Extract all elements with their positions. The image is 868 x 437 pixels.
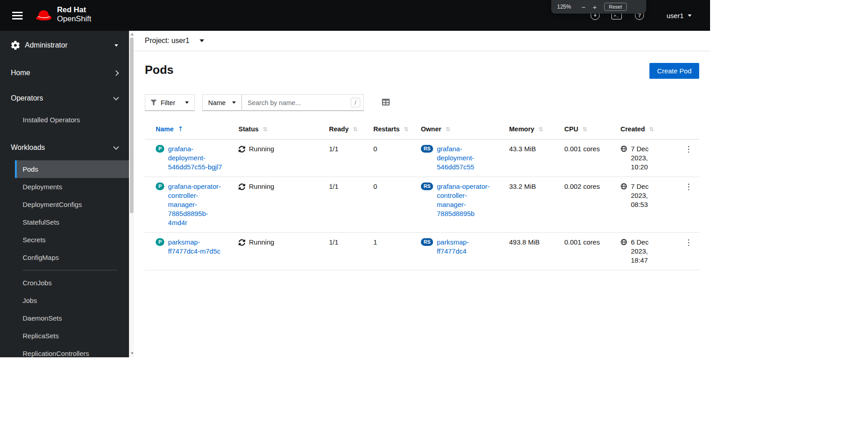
sort-icon: ⇅ — [445, 126, 450, 133]
pod-badge: P — [156, 238, 164, 246]
column-header-owner[interactable]: Owner ⇅ — [421, 125, 450, 133]
pod-name-link[interactable]: grafana-operator-controller-manager-7885… — [168, 182, 225, 227]
brand-line2: OpenShift — [57, 14, 91, 24]
attribute-label: Name — [208, 99, 226, 106]
memory-cell: 43.3 MiB — [498, 139, 553, 177]
caret-down-icon — [688, 14, 692, 17]
sort-icon: ⇅ — [582, 126, 587, 133]
sidebar-item-label: Operators — [11, 94, 43, 102]
sidebar-item-replicationcontrollers[interactable]: ReplicationControllers — [15, 345, 129, 357]
sidebar-item-deployments[interactable]: Deployments — [15, 178, 129, 196]
column-header-name[interactable]: Name ↑ — [156, 125, 183, 133]
zoom-out-button[interactable]: − — [581, 4, 587, 10]
sort-icon: ⇅ — [404, 126, 409, 133]
sidebar-item-workloads[interactable]: Workloads — [0, 135, 129, 160]
sync-icon — [238, 183, 245, 190]
sort-icon: ⇅ — [539, 126, 544, 133]
scrollbar-thumb[interactable] — [130, 38, 134, 213]
owner-link[interactable]: parksmap-ff7477dc4 — [437, 238, 496, 256]
nav-divider — [23, 270, 117, 270]
sidebar-item-statefulsets[interactable]: StatefulSets — [15, 213, 129, 231]
project-bar: Project: user1 — [134, 31, 710, 51]
search-input[interactable] — [242, 94, 364, 111]
create-pod-button[interactable]: Create Pod — [649, 63, 699, 79]
sidebar-item-home[interactable]: Home — [0, 60, 129, 86]
sync-icon — [238, 239, 245, 246]
column-header-memory[interactable]: Memory ⇅ — [509, 125, 544, 133]
manage-columns-button[interactable] — [380, 97, 391, 108]
sidebar-item-label: Home — [11, 69, 30, 77]
sidebar-item-cronjobs[interactable]: CronJobs — [15, 274, 129, 292]
user-menu[interactable]: user1 — [667, 0, 692, 31]
shortcut-hint: / — [351, 98, 360, 107]
created-time: 10:20 — [631, 163, 667, 172]
brand-text: Red Hat OpenShift — [57, 5, 91, 24]
kebab-menu-button[interactable]: ⋮ — [681, 238, 696, 247]
column-header-ready[interactable]: Ready ⇅ — [329, 125, 358, 133]
pod-badge: P — [156, 182, 164, 190]
zoom-in-button[interactable]: + — [592, 4, 598, 10]
globe-icon — [620, 239, 627, 245]
brand: Red Hat OpenShift — [34, 5, 91, 24]
user-name: user1 — [667, 12, 684, 19]
hamburger-icon — [12, 12, 23, 13]
sort-icon: ⇅ — [262, 126, 267, 133]
ready-cell: 1/1 — [318, 233, 362, 270]
column-header-created[interactable]: Created ⇅ — [620, 125, 654, 133]
nav-toggle-button[interactable] — [7, 6, 27, 24]
owner-link[interactable]: grafana-operator-controller-manager-7885… — [437, 182, 496, 218]
page-header: Pods Create Pod — [134, 51, 710, 79]
pod-name-link[interactable]: grafana-deployment-546dd57c55-bgjl7 — [168, 144, 225, 172]
zoom-level: 125% — [557, 4, 572, 10]
sidebar-item-pods[interactable]: Pods — [15, 160, 129, 178]
restarts-cell: 1 — [362, 233, 410, 270]
redhat-logo-icon — [34, 8, 52, 21]
column-header-cpu[interactable]: CPU ⇅ — [564, 125, 587, 133]
project-selector[interactable]: Project: user1 — [145, 37, 204, 45]
cpu-cell: 0.001 cores — [553, 139, 610, 177]
globe-icon — [620, 183, 627, 190]
sidebar-item-installed-operators[interactable]: Installed Operators — [15, 111, 129, 129]
table-header-row: Name ↑ Status ⇅ Ready ⇅ Restarts ⇅ O — [145, 119, 699, 139]
replicaset-badge: RS — [421, 145, 433, 153]
caret-down-icon — [114, 44, 118, 47]
sidebar-item-jobs[interactable]: Jobs — [15, 292, 129, 309]
sidebar-item-operators[interactable]: Operators — [0, 86, 129, 111]
sidebar-nav: Administrator Home Operators Installed O… — [0, 31, 129, 357]
search-field: / — [242, 94, 364, 111]
kebab-menu-button[interactable]: ⋮ — [681, 144, 696, 154]
caret-down-icon — [185, 101, 189, 104]
ready-cell: 1/1 — [318, 139, 362, 177]
filter-dropdown[interactable]: Filter — [145, 94, 195, 111]
caret-down-icon — [232, 101, 236, 104]
restarts-cell: 0 — [362, 139, 410, 177]
sidebar-item-label: Workloads — [11, 144, 45, 152]
search-attribute-dropdown[interactable]: Name — [202, 94, 242, 111]
created-date: 6 Dec 2023, — [631, 238, 667, 256]
sidebar-item-configmaps[interactable]: ConfigMaps — [15, 249, 129, 266]
sort-ascending-icon: ↑ — [178, 125, 184, 133]
restarts-cell: 0 — [362, 177, 410, 233]
sidebar-item-deploymentconfigs[interactable]: DeploymentConfigs — [15, 196, 129, 213]
owner-link[interactable]: grafana-deployment-546dd57c55 — [437, 144, 496, 172]
column-header-restarts[interactable]: Restarts ⇅ — [373, 125, 409, 133]
cpu-cell: 0.001 cores — [553, 233, 610, 270]
project-label: Project: user1 — [145, 37, 190, 45]
sidebar-item-replicasets[interactable]: ReplicaSets — [15, 327, 129, 345]
globe-icon — [620, 145, 627, 152]
kebab-menu-button[interactable]: ⋮ — [681, 182, 696, 192]
zoom-reset-button[interactable]: Reset — [604, 3, 627, 11]
pod-name-link[interactable]: parksmap-ff7477dc4-m7d5c — [168, 238, 225, 256]
status-text: Running — [249, 182, 274, 191]
caret-down-icon — [200, 39, 204, 42]
perspective-switcher[interactable]: Administrator — [0, 31, 129, 60]
sidebar-scrollbar[interactable] — [129, 31, 134, 357]
ready-cell: 1/1 — [318, 177, 362, 233]
column-header-status[interactable]: Status ⇅ — [238, 125, 267, 133]
cpu-cell: 0.002 cores — [553, 177, 610, 233]
filter-icon — [151, 100, 157, 106]
sidebar-item-daemonsets[interactable]: DaemonSets — [15, 309, 129, 327]
page-title: Pods — [145, 63, 174, 77]
chevron-down-icon — [113, 144, 119, 150]
sidebar-item-secrets[interactable]: Secrets — [15, 231, 129, 249]
